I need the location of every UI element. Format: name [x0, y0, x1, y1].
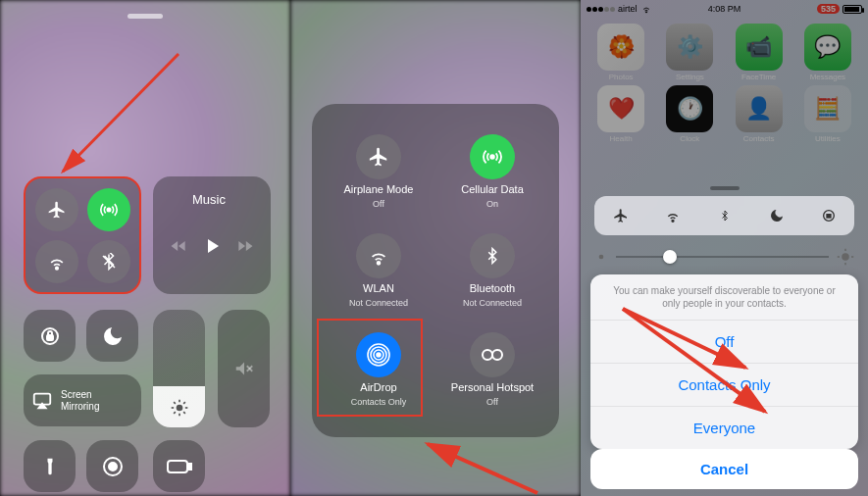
orientation-lock-icon	[821, 208, 837, 223]
airplane-mode-toggle[interactable]	[35, 188, 78, 231]
svg-line-13	[183, 412, 185, 414]
svg-line-41	[623, 309, 745, 368]
bluetooth-icon	[719, 208, 731, 223]
svg-point-2	[55, 267, 58, 270]
orientation-lock-button[interactable]	[24, 310, 76, 362]
moon-icon	[769, 208, 785, 223]
screen-mirroring-label: Screen Mirroring	[61, 389, 99, 413]
airdrop-item[interactable]: AirDrop Contacts Only	[322, 321, 435, 420]
rewind-icon[interactable]	[169, 236, 188, 256]
wifi-toggle[interactable]	[659, 202, 687, 229]
svg-line-15	[183, 402, 185, 404]
flashlight-icon	[40, 455, 60, 478]
svg-point-29	[492, 350, 502, 360]
svg-rect-34	[827, 215, 831, 218]
record-button[interactable]	[86, 440, 138, 492]
brightness-row[interactable]	[594, 247, 854, 267]
music-title: Music	[192, 192, 261, 207]
volume-slider[interactable]	[218, 310, 270, 427]
panel-control-center: Music Screen Mirroring	[0, 0, 290, 496]
forward-icon[interactable]	[235, 236, 255, 256]
panel-connectivity-expanded: Airplane Mode Off Cellular Data On WLAN …	[290, 0, 581, 496]
airplane-icon	[613, 208, 629, 223]
airplane-toggle[interactable]	[607, 202, 635, 229]
music-tile[interactable]: Music	[153, 176, 271, 294]
airplay-icon	[31, 390, 53, 412]
dnd-toggle[interactable]	[763, 202, 791, 229]
svg-rect-20	[168, 461, 187, 472]
moon-icon	[101, 324, 125, 348]
svg-line-30	[428, 444, 537, 493]
cellular-icon	[99, 200, 119, 220]
svg-point-32	[672, 220, 674, 222]
cellular-data-toggle[interactable]	[87, 188, 130, 231]
connectivity-tile[interactable]	[24, 176, 141, 294]
svg-point-7	[176, 405, 182, 412]
orientation-lock-toggle[interactable]	[815, 202, 842, 229]
bluetooth-toggle[interactable]	[711, 202, 739, 229]
flashlight-button[interactable]	[24, 440, 76, 492]
brightness-knob[interactable]	[663, 250, 677, 264]
cellular-icon	[482, 146, 503, 168]
bluetooth-icon	[484, 245, 501, 267]
sun-large-icon	[837, 248, 854, 266]
svg-point-35	[599, 255, 604, 260]
grabber-icon[interactable]	[710, 186, 740, 190]
record-icon	[101, 455, 125, 478]
sun-small-icon	[594, 250, 608, 264]
connectivity-expanded-tile: Airplane Mode Off Cellular Data On WLAN …	[312, 104, 559, 437]
svg-line-14	[174, 412, 176, 414]
hotspot-icon	[481, 347, 504, 363]
svg-line-12	[174, 402, 176, 404]
battery-icon	[167, 459, 192, 474]
svg-line-42	[623, 309, 765, 412]
wifi-icon	[665, 208, 681, 223]
wifi-icon	[368, 245, 389, 267]
annotation-arrow	[618, 304, 804, 431]
brightness-slider[interactable]	[153, 310, 205, 427]
bluetooth-item[interactable]: Bluetooth Not Connected	[435, 221, 549, 320]
low-power-button[interactable]	[153, 440, 205, 492]
do-not-disturb-button[interactable]	[86, 310, 138, 362]
panel-airdrop-sheet: airtel 4:08 PM 535 🏵️Photos ⚙️Settings 📹…	[581, 0, 868, 496]
svg-rect-21	[189, 464, 191, 470]
svg-point-22	[490, 155, 494, 159]
volume-mute-icon	[233, 358, 255, 379]
airplane-mode-item[interactable]: Airplane Mode Off	[322, 122, 435, 221]
annotation-arrow	[51, 44, 198, 191]
airplane-icon	[368, 146, 389, 168]
orientation-lock-icon	[38, 324, 62, 348]
svg-point-23	[378, 262, 381, 265]
cancel-button[interactable]: Cancel	[590, 449, 858, 489]
bluetooth-off-icon	[100, 253, 118, 271]
svg-rect-5	[47, 335, 53, 340]
airplane-icon	[47, 200, 67, 220]
svg-point-19	[109, 463, 117, 471]
wlan-item[interactable]: WLAN Not Connected	[322, 221, 435, 320]
svg-point-36	[842, 253, 849, 261]
svg-point-28	[483, 350, 492, 360]
play-icon[interactable]	[200, 234, 224, 258]
cellular-data-item[interactable]: Cellular Data On	[435, 122, 549, 221]
sun-icon	[170, 398, 189, 418]
grabber-icon[interactable]	[128, 14, 163, 19]
wifi-toggle[interactable]	[35, 240, 78, 283]
svg-line-0	[63, 54, 179, 172]
wifi-icon	[47, 252, 67, 272]
svg-point-1	[107, 208, 110, 211]
screen-mirroring-button[interactable]: Screen Mirroring	[24, 374, 141, 426]
bluetooth-toggle[interactable]	[87, 240, 130, 283]
control-center-toggle-row	[594, 196, 854, 235]
annotation-arrow	[420, 439, 547, 496]
personal-hotspot-item[interactable]: Personal Hotspot Off	[435, 321, 549, 420]
